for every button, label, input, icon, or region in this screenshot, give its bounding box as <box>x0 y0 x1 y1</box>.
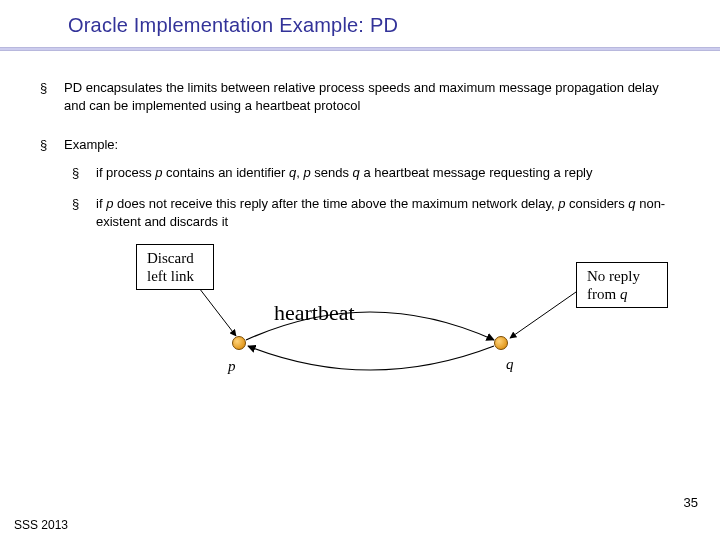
var-p: p <box>303 165 310 180</box>
var-q: q <box>353 165 360 180</box>
bullet-marker: § <box>40 79 64 114</box>
bullet-text: Example: <box>64 136 680 154</box>
text-fragment: a heartbeat message requesting a reply <box>360 165 593 180</box>
content-area: § PD encapsulates the limits between rel… <box>0 51 720 414</box>
diagram: Discard left link No reply from q heartb… <box>40 244 680 414</box>
page-number: 35 <box>684 495 698 510</box>
slide-title: Oracle Implementation Example: PD <box>68 14 720 37</box>
callout-line: Discard <box>147 249 203 267</box>
bullet-marker: § <box>72 195 96 230</box>
node-label-p: p <box>228 356 236 376</box>
bullet-text: PD encapsulates the limits between relat… <box>64 79 680 114</box>
var-q: q <box>620 286 628 302</box>
bullet-item: § Example: <box>40 136 680 154</box>
bullet-marker: § <box>72 164 96 182</box>
callout-line: No reply <box>587 267 657 285</box>
footer-tag: SSS 2013 <box>14 518 68 532</box>
bullet-item: § PD encapsulates the limits between rel… <box>40 79 680 114</box>
callout-discard: Discard left link <box>136 244 214 290</box>
callout-line: from q <box>587 285 657 303</box>
sub-bullet-list: § if process p contains an identifier q,… <box>40 164 680 231</box>
heartbeat-label: heartbeat <box>274 298 355 328</box>
text-fragment: considers <box>565 196 628 211</box>
text-fragment: from <box>587 286 620 302</box>
svg-line-1 <box>510 292 576 338</box>
node-label-q: q <box>506 354 514 374</box>
node-q <box>494 336 508 350</box>
sub-bullet-text: if process p contains an identifier q, p… <box>96 164 680 182</box>
sub-bullet-text: if p does not receive this reply after t… <box>96 195 680 230</box>
sub-bullet-item: § if p does not receive this reply after… <box>72 195 680 230</box>
title-area: Oracle Implementation Example: PD <box>0 0 720 37</box>
sub-bullet-item: § if process p contains an identifier q,… <box>72 164 680 182</box>
var-q: q <box>628 196 635 211</box>
callout-no-reply: No reply from q <box>576 262 668 308</box>
svg-line-0 <box>196 284 236 336</box>
text-fragment: if process <box>96 165 155 180</box>
node-p <box>232 336 246 350</box>
text-fragment: contains an identifier <box>162 165 288 180</box>
text-fragment: if <box>96 196 106 211</box>
callout-line: left link <box>147 267 203 285</box>
bullet-marker: § <box>40 136 64 154</box>
text-fragment: does not receive this reply after the ti… <box>113 196 558 211</box>
text-fragment: sends <box>311 165 353 180</box>
